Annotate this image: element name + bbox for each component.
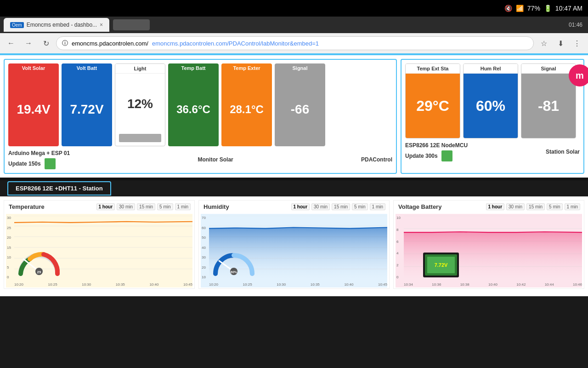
nav-actions: ☆ ⬇ ⋮ [537,36,584,51]
panel-left-info: Arduino Mega + ESP 01 Update 150s Monito… [8,150,392,169]
widget-row-left: Volt Solar 19.4V Volt Batt 7.72V Light 1… [8,63,392,146]
chart-volt-area: 1086420 [396,214,582,288]
panel-left-pda-label: PDAControl [361,156,392,163]
battery-gauge-widget: 7.72V [423,253,459,277]
battery-icon: 🔋 [544,5,552,12]
more-button[interactable]: ⋮ [570,36,584,51]
chart-hum-gauge: 60% [211,246,257,278]
widget-signal-left-value: -66 [275,73,325,146]
main-content: Volt Solar 19.4V Volt Batt 7.72V Light 1… [0,55,588,178]
refresh-button[interactable]: ↻ [39,36,53,51]
widget-temp-ext-sta: Temp Ext Sta 29°C [405,63,460,138]
panel-left: Volt Solar 19.4V Volt Batt 7.72V Light 1… [4,59,397,174]
panel-left-monitor-name: Monitor Solar [198,156,233,163]
widget-volt-batt-label: Volt Batt [62,63,112,73]
widget-signal-left-label: Signal [275,63,325,73]
chart-hum-1min[interactable]: 1 min [370,203,385,210]
bookmark-button[interactable]: ☆ [537,36,551,51]
panel-right-subtitle: Station Solar [546,149,580,155]
chart-temp-gauge: 29 [16,246,62,278]
forward-button[interactable]: → [21,36,36,51]
panel-left-status-indicator [45,158,56,169]
panel-right-sub-label: Station Solar [546,149,580,155]
status-bar: 🔇 📶 77% 🔋 10:47 AM [0,0,588,17]
timestamp: 01:46 [569,22,582,28]
chart-temp-1hour[interactable]: 1 hour [96,203,115,210]
widget-signal-right-label: Signal [521,64,576,74]
wifi-icon: 📶 [516,5,524,12]
chart-temp-controls: 1 hour 30 min 15 min 5 min 1 min [95,202,193,211]
tab-title: Emoncms embed - dashbo... [27,22,97,28]
chart-volt-1hour[interactable]: 1 hour [486,203,505,210]
chart-temperature: Temperature 1 hour 30 min 15 min 5 min 1… [4,200,195,289]
widget-hum-rel-label: Hum Rel [464,64,518,74]
widget-temp-ext-sta-value: 29°C [406,74,460,138]
widget-light-bar [119,134,161,142]
panel-left-monitor: Monitor Solar [198,156,233,163]
charts-row: Temperature 1 hour 30 min 15 min 5 min 1… [4,196,584,293]
info-icon: ⓘ [62,39,68,47]
widget-volt-solar-value: 19.4V [8,73,59,146]
battery-gauge-value: 7.72V [435,262,448,268]
address-path: emoncms.pdacontrolen.com/PDAControl/labM… [152,40,319,47]
panel-left-device-name: Arduino Mega + ESP 01 [8,150,70,156]
download-button[interactable]: ⬇ [553,36,568,51]
address-domain: emoncms.pdacontrolen.com/ [72,40,148,47]
new-tab-button[interactable] [113,19,150,30]
panel-right: Temp Ext Sta 29°C Hum Rel 60% Signal -81… [401,59,584,174]
chart-hum-5min[interactable]: 5 min [352,203,368,210]
station-header: ESP8266 12E +DHT11 - Station [0,180,588,196]
widget-signal-right-value: -81 [521,74,576,138]
chart-temp-15min[interactable]: 15 min [137,203,155,210]
chart-volt-30min[interactable]: 30 min [506,203,525,210]
widget-light: Light 12% [115,63,165,146]
oem-logo: Oem [10,22,24,28]
chart-temp-30min[interactable]: 30 min [117,203,135,210]
logo-circle: m [569,64,588,86]
widget-hum-rel-value: 60% [464,74,518,138]
chart-temp-title: Temperature [6,201,47,212]
chart-volt-15min[interactable]: 15 min [526,203,545,210]
chart-volt-controls: 1 hour 30 min 15 min 5 min 1 min [484,202,582,211]
active-tab[interactable]: Oem Emoncms embed - dashbo... × [4,18,109,32]
chart-hum-controls: 1 hour 30 min 15 min 5 min 1 min [289,202,388,211]
chart-temp-area: 302520151050 [6,214,192,288]
widget-temp-batt-value: 36.6°C [168,73,219,146]
chart-hum-area: 70605040302010 [201,214,387,288]
widget-volt-batt-value: 7.72V [62,73,112,146]
close-tab-button[interactable]: × [100,22,103,28]
panel-right-info: ESP8266 12E NodeMCU Update 300s Station … [405,142,580,161]
chart-hum-title: Humidity [201,201,232,212]
chart-hum-30min[interactable]: 30 min [311,203,330,210]
chart-hum-15min[interactable]: 15 min [332,203,350,210]
chart-temp-5min[interactable]: 5 min [157,203,173,210]
widget-row-right: Temp Ext Sta 29°C Hum Rel 60% Signal -81 [405,63,580,138]
panel-right-info-left: ESP8266 12E NodeMCU Update 300s [405,142,468,161]
clock: 10:47 AM [555,5,582,12]
chart-hum-1hour[interactable]: 1 hour [291,203,310,210]
widget-signal-right: Signal -81 [521,63,576,138]
widget-temp-batt-label: Temp Batt [168,63,219,73]
address-bar[interactable]: ⓘ emoncms.pdacontrolen.com/emoncms.pdaco… [56,36,534,50]
widget-light-label: Light [115,64,165,74]
panel-left-update: Update 150s [8,161,41,167]
chart-volt-5min[interactable]: 5 min [547,203,562,210]
widget-volt-solar: Volt Solar 19.4V [8,63,59,146]
chart-temp-1min[interactable]: 1 min [175,203,191,210]
widget-temp-exter-label: Temp Exter [221,63,272,73]
panel-right-update: Update 300s [405,153,438,159]
chart-humidity: Humidity 1 hour 30 min 15 min 5 min 1 mi… [198,200,390,289]
back-button[interactable]: ← [4,36,18,51]
panel-right-status-indicator [441,150,452,161]
mute-icon: 🔇 [504,5,512,12]
station-tab[interactable]: ESP8266 12E +DHT11 - Station [7,181,111,196]
panel-right-device-name: ESP8266 12E NodeMCU [405,142,468,149]
chart-volt-1min[interactable]: 1 min [565,203,580,210]
svg-text:60%: 60% [231,270,237,274]
tab-bar: Oem Emoncms embed - dashbo... × 01:46 [0,17,588,33]
svg-text:29: 29 [37,270,41,274]
chart-volt-x-labels: 10:3410:3610:3810:4010:4210:4410:46 [404,282,582,287]
battery-percent: 77% [527,5,540,12]
panel-left-pda: PDAControl [361,156,392,163]
chart-hum-y-labels: 70605040302010 [202,216,206,279]
